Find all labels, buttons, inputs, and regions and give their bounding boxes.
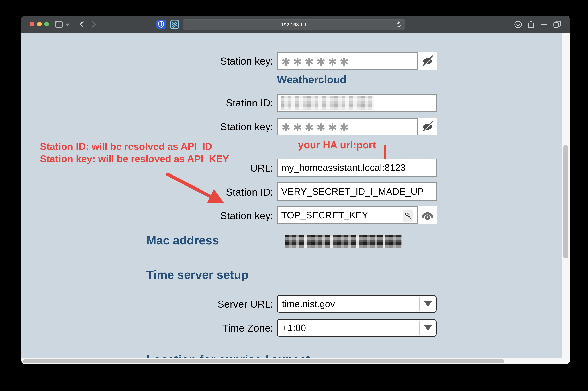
- vertical-scrollbar-track[interactable]: [562, 33, 570, 358]
- horizontal-scrollbar-track[interactable]: [21, 358, 570, 364]
- station-key-3-value: TOP_SECRET_KEY: [278, 209, 368, 221]
- toggle-password-2-button[interactable]: [419, 118, 437, 135]
- annotation-ha-url-port: your HA url:port: [298, 139, 376, 151]
- eye-off-icon: [421, 56, 434, 66]
- station-key-1-input[interactable]: ✱✱✱✱✱✱: [277, 52, 418, 70]
- reload-button[interactable]: [396, 21, 402, 28]
- page-content: Station key: ✱✱✱✱✱✱ Weathercloud Station…: [21, 33, 570, 364]
- chevron-right-icon: [92, 21, 96, 28]
- address-bar[interactable]: 192.168.1.1: [183, 19, 405, 30]
- sidebar-icon: [55, 21, 63, 28]
- weathercloud-heading: Weathercloud: [277, 74, 346, 86]
- chevrons-square-icon: [170, 20, 179, 29]
- zoom-window-button[interactable]: [44, 22, 49, 26]
- station-key-2-input[interactable]: ✱✱✱✱✱✱: [277, 118, 418, 135]
- new-tab-button[interactable]: [539, 19, 549, 29]
- plus-icon: [541, 21, 547, 28]
- close-window-button[interactable]: [30, 22, 34, 26]
- annotation-line-1: Station ID: will be resolved as API_ID: [40, 140, 229, 153]
- station-key-1-label: Station key:: [130, 56, 273, 67]
- eye-icon: [421, 210, 434, 220]
- password-autofill-button[interactable]: [403, 210, 413, 222]
- browser-toolbar: 192.168.1.1: [21, 16, 570, 33]
- desktop: 192.168.1.1: [0, 0, 588, 391]
- back-button[interactable]: [77, 19, 87, 29]
- station-id-label: Station ID:: [130, 187, 273, 198]
- station-key-3-label: Station key:: [130, 210, 273, 222]
- extension-bitwarden-button[interactable]: [156, 19, 166, 29]
- tab-overview-button[interactable]: [552, 19, 562, 29]
- url-label: URL:: [130, 163, 273, 174]
- url-value: my_homeassistant.local:8123: [278, 162, 406, 173]
- annotation-api-note: Station ID: will be resolved as API_ID S…: [40, 140, 229, 165]
- redacted-station-id-value: [281, 96, 374, 110]
- time-zone-value: +1:00: [278, 322, 306, 333]
- share-button[interactable]: [526, 19, 536, 29]
- toggle-password-3-button[interactable]: [419, 206, 437, 224]
- key-icon: [404, 212, 412, 219]
- dropdown-arrow-icon: [424, 301, 432, 307]
- station-key-3-input[interactable]: TOP_SECRET_KEY: [277, 206, 418, 224]
- masked-password-text: ✱✱✱✱✱✱: [278, 119, 351, 134]
- redacted-mac-address-value: [285, 235, 402, 248]
- station-id-input[interactable]: VERY_SECRET_ID_I_MADE_UP: [277, 183, 437, 200]
- safari-window: 192.168.1.1: [21, 16, 570, 364]
- time-zone-label: Time Zone:: [130, 322, 273, 334]
- server-url-select[interactable]: time.nist.gov: [277, 295, 437, 313]
- server-url-value: time.nist.gov: [278, 298, 335, 309]
- time-server-setup-heading: Time server setup: [146, 268, 249, 282]
- url-input[interactable]: my_homeassistant.local:8123: [277, 159, 437, 177]
- station-id-blurred-input[interactable]: [277, 94, 437, 112]
- extension-chevrons-button[interactable]: [169, 19, 180, 29]
- select-divider: [419, 297, 420, 311]
- forward-button[interactable]: [89, 19, 99, 29]
- horizontal-scrollbar-thumb[interactable]: [23, 359, 504, 363]
- time-zone-select[interactable]: +1:00: [277, 319, 437, 337]
- share-icon: [528, 20, 534, 28]
- tabs-overview-icon: [553, 21, 561, 28]
- sidebar-menu-chevron[interactable]: [64, 19, 71, 29]
- station-id-value: VERY_SECRET_ID_I_MADE_UP: [278, 186, 424, 197]
- select-divider: [419, 321, 420, 335]
- station-id-blurred-label: Station ID:: [130, 97, 273, 109]
- address-url-text: 192.168.1.1: [281, 22, 307, 27]
- chevron-down-icon: [66, 23, 69, 26]
- download-icon: [514, 20, 522, 28]
- downloads-button[interactable]: [513, 19, 523, 29]
- text-caret: [369, 210, 370, 220]
- dropdown-arrow-icon: [424, 325, 432, 331]
- toggle-password-1-button[interactable]: [419, 52, 437, 70]
- mac-address-heading: Mac address: [146, 234, 219, 247]
- station-key-2-label: Station key:: [130, 121, 273, 133]
- eye-off-icon: [421, 121, 434, 132]
- minimize-window-button[interactable]: [37, 22, 42, 26]
- sidebar-toggle-button[interactable]: [54, 19, 64, 29]
- masked-password-text: ✱✱✱✱✱✱: [278, 54, 351, 68]
- vertical-scrollbar-thumb[interactable]: [563, 145, 568, 258]
- chevron-left-icon: [80, 21, 84, 28]
- server-url-label: Server URL:: [130, 298, 273, 310]
- shield-icon: [156, 20, 166, 29]
